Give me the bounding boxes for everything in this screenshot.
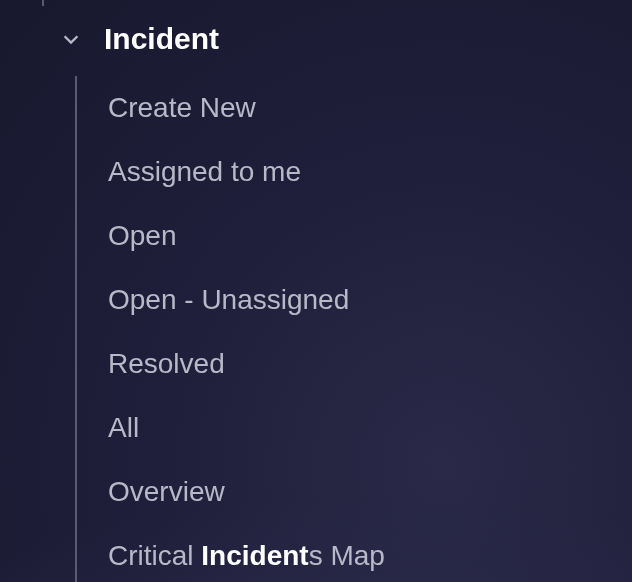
sidebar-item-create-new[interactable]: Create New — [108, 76, 632, 140]
section-items: Create New Assigned to me Open Open - Un… — [0, 76, 632, 582]
sidebar-item-assigned-to-me[interactable]: Assigned to me — [108, 140, 632, 204]
sidebar-item-resolved[interactable]: Resolved — [108, 332, 632, 396]
sidebar: Incident Create New Assigned to me Open … — [0, 0, 632, 582]
chevron-down-icon — [60, 28, 82, 50]
sidebar-item-label-post: s Map — [309, 540, 385, 571]
section-title: Incident — [104, 22, 219, 56]
tree-line-children — [75, 76, 77, 582]
section-header-incident[interactable]: Incident — [0, 0, 632, 76]
sidebar-item-label: Resolved — [108, 348, 225, 379]
sidebar-item-label: Overview — [108, 476, 225, 507]
sidebar-item-label-pre: Critical — [108, 540, 201, 571]
sidebar-item-label: Create New — [108, 92, 256, 123]
sidebar-item-label: All — [108, 412, 139, 443]
tree-line-parent — [42, 0, 44, 6]
sidebar-item-label: Open - Unassigned — [108, 284, 349, 315]
sidebar-item-label: Open — [108, 220, 177, 251]
sidebar-item-label-highlight: Incident — [201, 540, 308, 571]
sidebar-item-overview[interactable]: Overview — [108, 460, 632, 524]
sidebar-item-label: Assigned to me — [108, 156, 301, 187]
sidebar-item-open-unassigned[interactable]: Open - Unassigned — [108, 268, 632, 332]
sidebar-item-open[interactable]: Open — [108, 204, 632, 268]
sidebar-item-all[interactable]: All — [108, 396, 632, 460]
sidebar-item-critical-incidents-map[interactable]: Critical Incidents Map — [108, 524, 632, 582]
